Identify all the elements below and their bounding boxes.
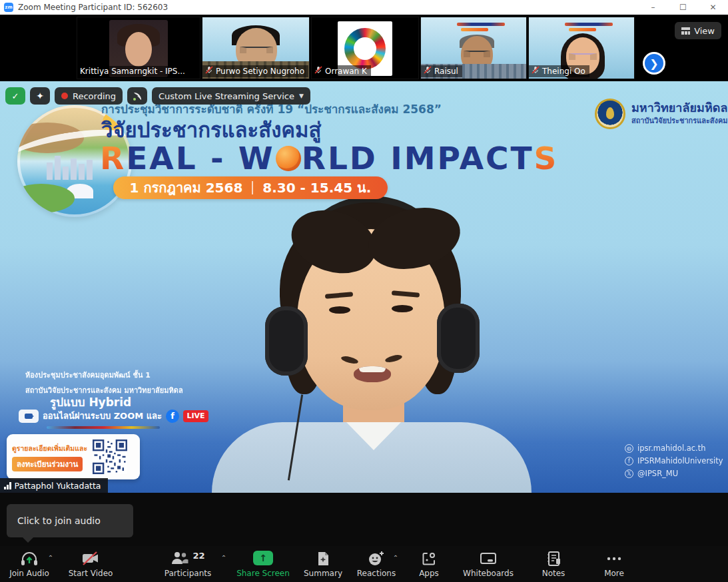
recording-dot-icon [61,93,68,99]
x-small-icon: 𝕏 [625,469,633,478]
mic-muted-icon [205,66,213,76]
share-screen-button[interactable]: ↑ Share Screen [226,549,300,581]
participants-icon [171,551,189,565]
close-button[interactable]: ✕ [698,0,728,15]
video-off-icon [81,551,101,567]
participant-name: Theingi Oo [542,67,585,76]
reactions-chevron[interactable]: ⌃ [393,554,398,561]
recording-indicator[interactable]: Recording [55,87,123,105]
participants-count: 22 [192,551,204,561]
live-stream-button[interactable] [127,87,147,105]
summary-icon [316,551,330,567]
participant-name: Purwo Setiyo Nugroho [216,67,304,76]
join-audio-tooltip: Click to join audio [7,504,133,537]
hybrid-format-label: รูปแบบ Hybrid [50,393,131,411]
participant-tile-theingi[interactable]: Theingi Oo [528,17,635,79]
facebook-small-icon: f [625,457,633,465]
participant-tile-krittiya[interactable]: Krittiya Samarngkit - IPS... [77,17,200,79]
headphone-cup-right [437,304,480,373]
participant-tile-orrawan[interactable]: Orrawan K [311,17,419,79]
notes-icon [546,551,561,567]
streaming-service-dropdown[interactable]: Custom Live Streaming Service ▼ [152,87,310,105]
social-links: ◍ipsr.mahidol.ac.th fIPSRMahidolUniversi… [625,443,723,481]
minimize-button[interactable]: – [638,0,668,15]
whiteboard-icon [479,551,498,567]
window-title: Zoom Meeting Participant ID: 562603 [18,3,168,12]
sparkle-icon: ✦ [36,91,44,101]
share-screen-icon: ↑ [253,551,273,565]
participant-name: Raisul [434,67,458,76]
summary-button[interactable]: Summary [293,549,353,581]
apps-icon [421,551,437,567]
mic-muted-icon [424,66,432,76]
participants-chevron[interactable]: ⌃ [221,554,226,561]
event-date-banner: 1 กรกฎาคม 25688.30 - 15.45 น. [113,176,388,199]
apps-button[interactable]: Apps [399,549,459,581]
facebook-icon: f [166,410,179,423]
active-speaker-nametag: Pattaphol Yuktadatta [0,478,108,493]
next-page-arrow-button[interactable]: ❯ [643,52,665,75]
participant-name: Orrawan K [325,67,367,76]
whiteboards-button[interactable]: Whiteboards [452,549,525,581]
participants-button[interactable]: 22 Participants [151,549,224,581]
headphones-icon [20,551,39,567]
view-button[interactable]: View [675,22,721,39]
notes-button[interactable]: Notes [524,549,583,581]
chevron-down-icon: ▼ [299,93,304,99]
globe-icon [276,146,301,171]
security-shield-icon[interactable]: ✓ [5,87,25,105]
video-filmstrip: Krittiya Samarngkit - IPS... Purwo Setiy… [0,15,728,81]
window-titlebar: zm Zoom Meeting Participant ID: 562603 –… [0,0,728,15]
audio-level-icon [4,482,11,489]
participant-tile-raisul[interactable]: Raisul [420,17,527,79]
zoom-app-icon: zm [4,3,13,12]
live-badge: LIVE [183,410,208,422]
headphone-cup-left [265,306,308,376]
conference-headline: REAL - WRLD IMPACTS [100,140,558,176]
rainbow-divider [47,426,160,429]
reactions-icon [368,551,385,567]
main-video-area: การประชุมวิชาการระดับชาติ ครั้งที่ 19 “ป… [0,81,728,493]
view-grid-icon [681,27,690,35]
zoom-meeting-window: zm Zoom Meeting Participant ID: 562603 –… [0,0,728,582]
participant-name: Krittiya Samarngkit - IPS... [80,67,185,76]
globe-small-icon: ◍ [625,444,633,453]
mahidol-logo: มหาวิทยาลัยมหิดล สถาบันวิจัยประชากรและสั… [595,99,728,129]
mic-muted-icon [532,66,540,76]
participant-tile-purwo[interactable]: Purwo Setiyo Nugroho [202,17,310,79]
start-video-button[interactable]: Start Video [61,549,121,581]
mic-muted-icon [314,66,322,76]
ai-companion-button[interactable]: ✦ [30,87,50,105]
join-audio-chevron[interactable]: ⌃ [48,554,53,561]
maximize-button[interactable]: ☐ [668,0,698,15]
meeting-toolbar: Join Audio ⌃ Start Video 22 Participa [0,546,728,582]
broadcast-icon [133,92,142,101]
online-channels: ออนไลน์ผ่านระบบ ZOOM และ f LIVE [19,409,208,423]
video-camera-icon [19,410,39,423]
qr-code [93,439,127,474]
more-ellipsis-icon [605,551,623,567]
mahidol-emblem-icon [595,99,625,129]
more-button[interactable]: More [584,549,644,581]
registration-box: ดูรายละเอียดเพิ่มเติมและ ลงทะเบียนร่วมงา… [7,434,140,479]
